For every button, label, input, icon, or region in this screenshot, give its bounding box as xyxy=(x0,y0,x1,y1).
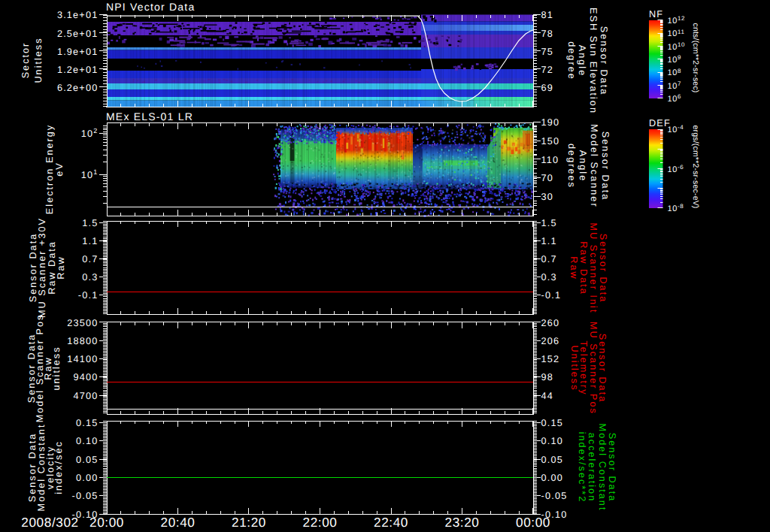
svg-text:206: 206 xyxy=(541,336,560,346)
svg-text:14100: 14100 xyxy=(67,354,98,364)
svg-text:Raw Data: Raw Data xyxy=(578,241,589,295)
svg-text:-0.05: -0.05 xyxy=(541,491,568,501)
svg-text:ergs/(cm**2-sr-sec-eV): ergs/(cm**2-sr-sec-eV) xyxy=(691,125,700,208)
svg-text:-0.05: -0.05 xyxy=(72,491,99,501)
svg-text:Model Scanner: Model Scanner xyxy=(589,124,599,207)
svg-text:260: 260 xyxy=(541,318,560,328)
svg-text:00:00: 00:00 xyxy=(516,515,550,530)
svg-text:6.2e+00: 6.2e+00 xyxy=(57,83,99,93)
svg-text:acceleration: acceleration xyxy=(587,433,597,502)
svg-text:Sensor Data: Sensor Data xyxy=(607,433,617,503)
svg-text:1.9e+01: 1.9e+01 xyxy=(57,47,99,57)
svg-text:index/sec**2: index/sec**2 xyxy=(577,432,587,503)
svg-text:78: 78 xyxy=(541,29,554,39)
svg-text:0.05: 0.05 xyxy=(541,455,564,465)
svg-text:98: 98 xyxy=(541,372,554,382)
svg-text:0.3: 0.3 xyxy=(82,272,98,283)
svg-text:1.5: 1.5 xyxy=(541,218,557,228)
svg-text:21:20: 21:20 xyxy=(232,515,266,530)
svg-text:-0.1: -0.1 xyxy=(541,290,562,301)
svg-text:Raw: Raw xyxy=(568,256,579,280)
svg-text:Raw: Raw xyxy=(56,255,66,279)
svg-text:30: 30 xyxy=(541,192,554,202)
svg-text:Sensor Data: Sensor Data xyxy=(599,26,609,96)
svg-text:Model Constant: Model Constant xyxy=(597,424,608,512)
svg-text:23:20: 23:20 xyxy=(444,515,479,530)
svg-text:Unitless: Unitless xyxy=(569,345,580,391)
svg-text:70: 70 xyxy=(541,173,554,183)
svg-text:152: 152 xyxy=(541,354,560,364)
svg-text:0.7: 0.7 xyxy=(541,254,557,264)
svg-text:150: 150 xyxy=(541,136,560,147)
svg-text:Sensor Data: Sensor Data xyxy=(598,234,608,304)
svg-text:0.05: 0.05 xyxy=(76,455,99,465)
svg-text:Sector: Sector xyxy=(20,42,31,79)
svg-text:-0.1: -0.1 xyxy=(78,290,99,301)
svg-text:degrees: degrees xyxy=(566,144,577,189)
svg-text:1.1: 1.1 xyxy=(82,236,98,246)
svg-text:0.00: 0.00 xyxy=(541,473,564,483)
svg-text:0.15: 0.15 xyxy=(541,418,564,428)
svg-text:18800: 18800 xyxy=(67,336,98,346)
svg-text:81: 81 xyxy=(541,10,554,20)
svg-text:3.1e+01: 3.1e+01 xyxy=(57,10,99,20)
svg-text:22:40: 22:40 xyxy=(374,515,408,530)
svg-text:0.10: 0.10 xyxy=(76,436,99,446)
svg-text:Electron Energy: Electron Energy xyxy=(44,124,55,214)
svg-text:0.15: 0.15 xyxy=(76,418,99,428)
svg-text:Unitless: Unitless xyxy=(33,37,44,83)
svg-text:1.5: 1.5 xyxy=(82,218,98,228)
svg-text:23500: 23500 xyxy=(67,318,98,328)
svg-text:unitless: unitless xyxy=(51,346,62,390)
svg-text:NF: NF xyxy=(649,9,663,20)
svg-text:110: 110 xyxy=(541,155,559,165)
svg-text:22:00: 22:00 xyxy=(302,515,337,530)
svg-text:Angle: Angle xyxy=(578,150,588,182)
svg-text:ESH Sun Elevation: ESH Sun Elevation xyxy=(588,8,599,114)
svg-text:0.10: 0.10 xyxy=(541,436,564,446)
svg-text:0.3: 0.3 xyxy=(541,272,557,283)
svg-text:20:00: 20:00 xyxy=(89,515,124,530)
svg-text:MU Scanner Init: MU Scanner Init xyxy=(588,223,599,314)
svg-text:2008/302: 2008/302 xyxy=(21,515,79,530)
svg-text:NPI Vector Data: NPI Vector Data xyxy=(106,1,195,13)
svg-text:cnts/(cm**2-sr-sec): cnts/(cm**2-sr-sec) xyxy=(691,23,700,92)
svg-text:degree: degree xyxy=(566,41,577,80)
svg-text:Sensor Data: Sensor Data xyxy=(600,131,611,201)
svg-text:4700: 4700 xyxy=(73,391,98,401)
svg-text:190: 190 xyxy=(541,117,560,128)
svg-text:69: 69 xyxy=(541,83,554,93)
svg-text:Angle: Angle xyxy=(577,45,587,77)
svg-text:44: 44 xyxy=(541,391,554,401)
svg-text:0.00: 0.00 xyxy=(76,473,99,483)
svg-text:20:40: 20:40 xyxy=(160,515,195,530)
svg-text:72: 72 xyxy=(541,65,554,75)
svg-text:0.7: 0.7 xyxy=(82,254,98,264)
svg-text:75: 75 xyxy=(541,47,554,57)
svg-text:2.5e+01: 2.5e+01 xyxy=(57,29,99,39)
svg-text:1.1: 1.1 xyxy=(541,236,557,246)
svg-text:9400: 9400 xyxy=(73,372,98,382)
svg-text:eV: eV xyxy=(54,162,65,177)
svg-text:index/sec: index/sec xyxy=(53,440,64,494)
svg-text:1.2e+01: 1.2e+01 xyxy=(57,65,99,75)
svg-text:MEx ELS-01 LR: MEx ELS-01 LR xyxy=(106,110,193,122)
